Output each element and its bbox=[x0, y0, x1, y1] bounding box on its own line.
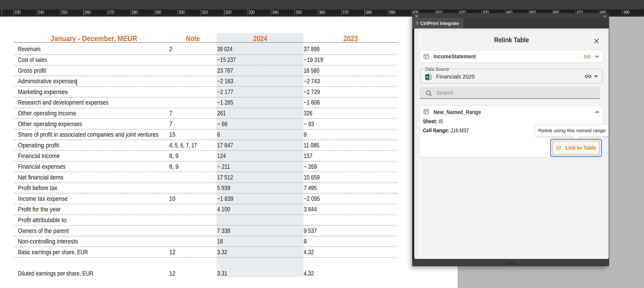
svg-text:X: X bbox=[426, 76, 428, 79]
